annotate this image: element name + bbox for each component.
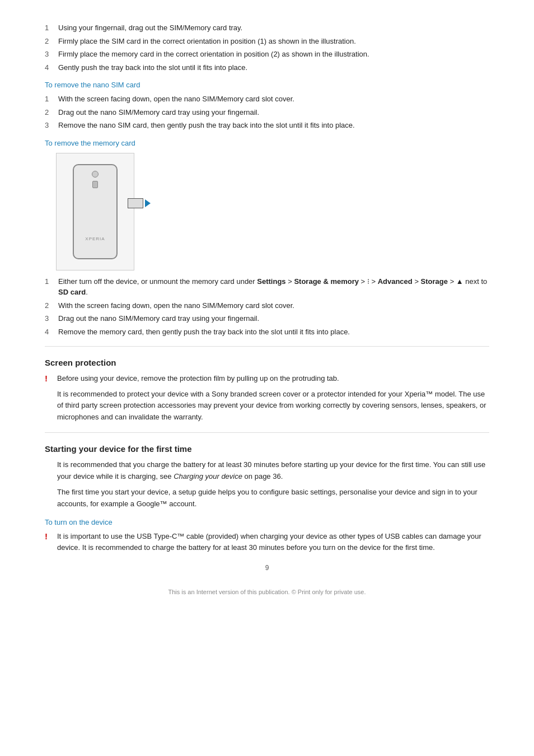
turn-on-note-text: It is important to use the USB Type-C™ c… [57,531,489,553]
list-item: 1 Using your fingernail, drag out the SI… [45,22,489,34]
divider-2 [45,432,489,433]
phone-body: XPERIA [73,164,118,259]
starting-device-para1: It is recommended that you charge the ba… [45,459,489,483]
list-item: 3 Firmly place the memory card in the co… [45,49,489,60]
screen-protection-note-text: Before using your device, remove the pro… [57,373,489,384]
starting-device-para2: The first time you start your device, a … [45,487,489,510]
insert-sim-list: 1 Using your fingernail, drag out the SI… [45,22,489,73]
list-item: 2 Firmly place the SIM card in the corre… [45,36,489,47]
storage-memory-bold: Storage & memory [294,277,359,286]
screen-protection-note: ! Before using your device, remove the p… [45,373,489,384]
list-item: 3 Remove the nano SIM card, then gently … [45,120,489,131]
storage-bold: Storage [421,277,448,286]
remove-nano-sim-heading: To remove the nano SIM card [45,81,489,89]
remove-memory-card-heading: To remove the memory card [45,139,489,147]
list-item: 1 Either turn off the device, or unmount… [45,276,489,298]
starting-device-heading: Starting your device for the first time [45,444,489,454]
exclamation-icon-2: ! [45,531,53,541]
list-item: 2 Drag out the nano SIM/Memory card tray… [45,107,489,118]
page-number: 9 [45,564,489,572]
list-item: 4 Gently push the tray back into the slo… [45,62,489,73]
phone-brand: XPERIA [85,236,105,241]
list-item: 1 With the screen facing down, open the … [45,94,489,105]
turn-on-device-heading: To turn on the device [45,518,489,526]
remove-memory-card-list: 1 Either turn off the device, or unmount… [45,276,489,338]
footer-text: This is an Internet version of this publ… [45,589,489,595]
divider [45,346,489,347]
phone-camera [92,171,99,178]
tray-box [128,198,143,208]
advanced-bold: Advanced [378,277,413,286]
list-item: 2 With the screen facing down, open the … [45,300,489,311]
turn-on-note: ! It is important to use the USB Type-C™… [45,531,489,553]
sd-card-bold: SD card [58,288,86,296]
tray-arrow [128,198,151,208]
list-item: 4 Remove the memory card, then gently pu… [45,326,489,338]
phone-lock-icon [92,181,98,188]
remove-nano-sim-list: 1 With the screen facing down, open the … [45,94,489,131]
screen-protection-heading: Screen protection [45,358,489,367]
screen-protection-body: It is recommended to protect your device… [45,389,489,423]
device-illustration: XPERIA [56,153,134,270]
list-item: 3 Drag out the nano SIM/Memory card tray… [45,313,489,324]
settings-bold: Settings [257,277,285,286]
exclamation-icon: ! [45,374,53,383]
charging-link: Charging your device [174,472,242,480]
arrow-right-icon [145,199,151,207]
